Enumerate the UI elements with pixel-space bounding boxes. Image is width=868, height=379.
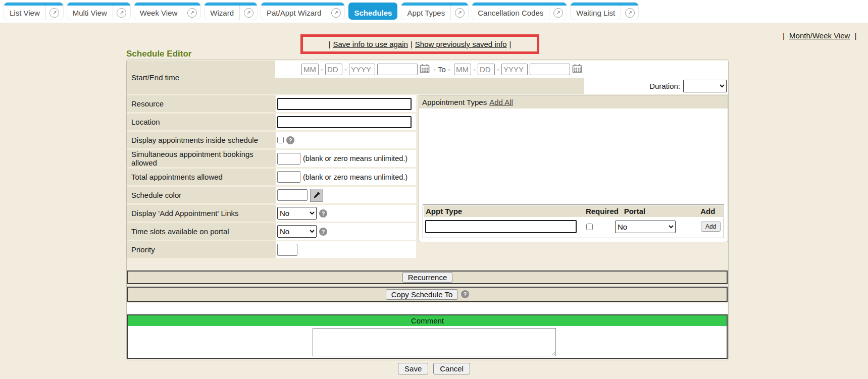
start-day-input[interactable]	[325, 64, 342, 75]
recurrence-bar: Recurrence	[127, 270, 728, 284]
field-label: Simultaneous appointment bookings allowe…	[127, 150, 276, 167]
start-end-date-inputs: - - - To - - -	[275, 61, 728, 78]
tab-label[interactable]: List View	[4, 9, 45, 17]
unlimited-note: (blank or zero means unlimited.)	[303, 154, 407, 163]
schedule-editor-form: Start/End time - - - To - - - Duration:	[126, 60, 729, 360]
tab-list-view[interactable]: List View↗	[4, 3, 63, 20]
separator: |	[783, 31, 785, 40]
simultaneous-bookings-input[interactable]	[277, 153, 300, 165]
field-label: Total appointments allowed	[127, 169, 276, 185]
separator: |	[509, 40, 512, 48]
recurrence-button[interactable]: Recurrence	[402, 272, 453, 283]
required-checkbox[interactable]	[586, 224, 593, 230]
portal-select[interactable]: No	[615, 221, 676, 233]
form-row-priority: Priority	[127, 241, 416, 258]
copy-schedule-to-button[interactable]: Copy Schedule To	[386, 289, 458, 300]
separator: |	[329, 40, 331, 48]
help-icon[interactable]: ?	[319, 209, 327, 218]
month-week-view-container: | Month/Week View |	[780, 31, 859, 40]
month-week-view-link[interactable]: Month/Week View	[789, 31, 850, 40]
date-separator: -	[473, 65, 476, 74]
form-row-display-appointments: Display appointments inside schedule ?	[127, 132, 416, 148]
priority-input[interactable]	[277, 244, 297, 256]
start-end-filler	[275, 78, 584, 94]
comment-section: Comment	[127, 314, 728, 359]
cancel-button[interactable]: Cancel	[433, 363, 470, 374]
spacer	[127, 303, 728, 314]
tab-label[interactable]: Multi View	[67, 9, 113, 17]
tab-waiting-list[interactable]: Waiting List↗	[571, 3, 638, 20]
external-link-icon[interactable]: ↗	[46, 8, 63, 18]
copy-schedule-bar: Copy Schedule To ?	[127, 287, 728, 302]
form-row-total-appointments: Total appointments allowed (blank or zer…	[127, 169, 416, 185]
external-link-icon[interactable]: ↗	[327, 8, 344, 18]
start-month-input[interactable]	[301, 64, 319, 75]
total-appointments-input[interactable]	[277, 171, 300, 183]
tab-week-view[interactable]: Week View↗	[134, 3, 200, 20]
column-header-required: Required	[586, 207, 624, 215]
display-appointments-checkbox[interactable]	[277, 137, 284, 143]
add-appointment-links-select[interactable]: No	[277, 207, 317, 220]
tab-label[interactable]: Pat/Appt Wizard	[261, 9, 327, 17]
duration-select[interactable]	[683, 80, 727, 92]
calendar-icon[interactable]	[572, 64, 582, 75]
external-link-icon[interactable]: ↗	[113, 8, 130, 18]
tab-cancellation-codes[interactable]: Cancellation Codes↗	[472, 3, 567, 20]
appointment-types-title: Appointment Types	[422, 98, 487, 106]
time-slots-portal-select[interactable]: No	[277, 225, 317, 238]
date-separator: -	[321, 65, 323, 74]
date-separator: -	[497, 65, 499, 74]
form-actions: Save Cancel	[0, 363, 868, 374]
tab-label[interactable]: Week View	[134, 9, 183, 17]
separator: |	[411, 40, 413, 48]
save-info-link[interactable]: Save info to use again	[333, 40, 407, 48]
help-icon[interactable]: ?	[286, 136, 294, 144]
date-separator: -	[344, 65, 347, 74]
end-time-input[interactable]	[530, 64, 570, 75]
resource-input[interactable]	[277, 98, 412, 110]
external-link-icon[interactable]: ↗	[240, 8, 257, 18]
field-label: Resource	[127, 95, 276, 112]
save-button[interactable]: Save	[398, 363, 428, 374]
tab-pat-appt-wizard[interactable]: Pat/Appt Wizard↗	[261, 3, 344, 20]
tab-label[interactable]: Cancellation Codes	[472, 9, 549, 17]
external-link-icon[interactable]: ↗	[621, 8, 638, 18]
external-link-icon[interactable]: ↗	[549, 8, 567, 18]
end-year-input[interactable]	[501, 64, 528, 75]
add-all-link[interactable]: Add All	[489, 98, 513, 106]
tab-label[interactable]: Wizard	[205, 9, 239, 17]
tab-wizard[interactable]: Wizard↗	[205, 3, 257, 20]
start-time-input[interactable]	[377, 64, 418, 75]
form-row-add-appointment-links: Display 'Add Appointment' Links No ?	[127, 205, 416, 222]
appt-type-input[interactable]	[425, 220, 577, 233]
form-row-simultaneous-bookings: Simultaneous appointment bookings allowe…	[127, 150, 416, 167]
tab-appt-types[interactable]: Appt Types↗	[401, 3, 468, 20]
schedule-color-input[interactable]	[277, 189, 308, 201]
add-appt-type-button[interactable]: Add	[701, 222, 721, 232]
end-day-input[interactable]	[478, 64, 495, 75]
tab-multi-view[interactable]: Multi View↗	[67, 3, 130, 20]
external-link-icon[interactable]: ↗	[451, 8, 468, 18]
show-saved-info-link[interactable]: Show previously saved info	[415, 40, 507, 48]
calendar-icon[interactable]	[420, 64, 430, 75]
appointment-type-table: Appt Type Required Portal Add No Add	[423, 204, 724, 238]
external-link-icon[interactable]: ↗	[183, 8, 200, 18]
start-year-input[interactable]	[349, 64, 375, 75]
field-label: Display appointments inside schedule	[127, 132, 276, 148]
tab-label[interactable]: Appt Types	[401, 9, 450, 17]
help-icon[interactable]: ?	[461, 290, 469, 298]
appointment-types-header: Appointment Types Add All	[419, 95, 728, 109]
tab-label[interactable]: Waiting List	[571, 9, 621, 17]
eyedropper-icon[interactable]	[310, 189, 323, 202]
duration-label: Duration:	[649, 82, 680, 90]
tab-label[interactable]: Schedules	[348, 9, 397, 17]
location-input[interactable]	[277, 116, 412, 128]
field-label: Display 'Add Appointment' Links	[127, 205, 276, 222]
form-row-time-slots-portal: Time slots available on portal No ?	[127, 223, 416, 240]
end-month-input[interactable]	[454, 64, 471, 75]
tab-schedules[interactable]: Schedules	[348, 3, 397, 20]
column-header-appt-type: Appt Type	[424, 207, 586, 215]
top-tab-bar: List View↗ Multi View↗ Week View↗ Wizard…	[0, 0, 868, 23]
help-icon[interactable]: ?	[319, 228, 327, 236]
comment-textarea[interactable]	[313, 328, 556, 356]
